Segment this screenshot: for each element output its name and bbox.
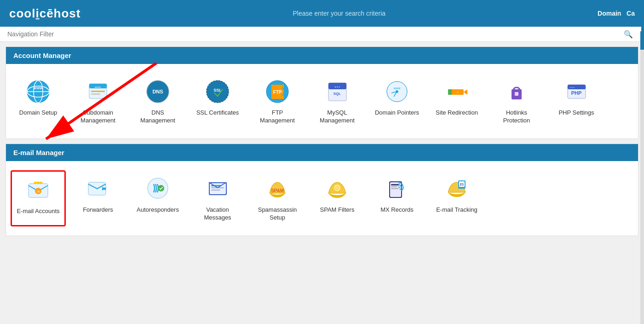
- dns-management-label: DNS Management: [135, 109, 181, 125]
- mysql-icon: • • • SQL: [323, 78, 351, 105]
- spamassassin-icon: SPAM: [264, 175, 291, 202]
- top-header: coolicēhost Please enter your search cri…: [0, 0, 644, 27]
- svg-rect-9: [91, 93, 100, 95]
- mysql-management-label: MySQL Management: [314, 109, 360, 125]
- svg-text:DNS: DNS: [152, 89, 163, 94]
- account-manager-section: Account Manager WWW Domain Setup: [6, 46, 638, 139]
- forwarders-label: Forwarders: [83, 206, 113, 214]
- svg-point-45: [40, 182, 42, 184]
- mx-records-item[interactable]: MX Records: [369, 170, 425, 226]
- svg-rect-59: [391, 184, 399, 185]
- email-tracking-item[interactable]: 21 E-mail Tracking: [429, 170, 484, 226]
- domain-pointers-label: Domain Pointers: [375, 109, 419, 117]
- domain-setup-item[interactable]: WWW Domain Setup: [11, 73, 66, 129]
- site-redirection-item[interactable]: → Site Redirection: [429, 73, 484, 129]
- ftp-management-item[interactable]: FTP FTP Management: [250, 73, 305, 129]
- php-icon: • • • PHP: [563, 78, 590, 105]
- spamassassin-label: Spamassassin Setup: [254, 206, 300, 222]
- spam-filters-item[interactable]: ☺ SPAM Filters: [310, 170, 365, 226]
- email-manager-content: ✉ E-mail Accounts: [6, 161, 638, 236]
- svg-rect-8: [91, 91, 105, 92]
- svg-text:→: →: [455, 90, 459, 94]
- svg-point-43: [34, 182, 36, 184]
- scrollbar-thumb[interactable]: [640, 31, 644, 50]
- domain-setup-icon: WWW: [24, 78, 52, 105]
- ssl-certificates-label: SSL Certificates: [196, 109, 239, 117]
- domain-pointers-item[interactable]: www Domain Pointers: [369, 73, 425, 129]
- svg-point-25: [396, 90, 398, 93]
- svg-rect-28: [448, 89, 452, 95]
- svg-text:PHP: PHP: [571, 90, 581, 96]
- svg-text:• • •: • • •: [334, 85, 340, 88]
- hotlinks-icon: [503, 78, 530, 105]
- forwarders-item[interactable]: Forwarders: [70, 170, 126, 226]
- spamassassin-setup-item[interactable]: SPAM Spamassassin Setup: [250, 170, 305, 226]
- vacation-messages-item[interactable]: Vacation Messages: [190, 170, 245, 226]
- svg-text:21: 21: [460, 182, 464, 186]
- svg-rect-50: [210, 183, 226, 194]
- ssl-icon: SSL: [204, 78, 231, 105]
- svg-rect-32: [515, 92, 518, 96]
- nav-filter-input[interactable]: [7, 30, 637, 38]
- account-manager-header: Account Manager: [6, 47, 638, 64]
- scrollbar[interactable]: [640, 31, 644, 241]
- ftp-icon: FTP: [264, 78, 291, 105]
- account-manager-content: WWW Domain Setup www.: [6, 64, 638, 139]
- domain-setup-label: Domain Setup: [19, 109, 57, 117]
- autoresponders-label: Autoresponders: [137, 206, 179, 214]
- domain-pointers-icon: www: [383, 78, 411, 105]
- email-manager-section: E-mail Manager ✉ E-mail: [6, 144, 638, 236]
- autoresponders-icon: [144, 175, 172, 202]
- svg-text:☺: ☺: [334, 185, 339, 191]
- search-bar-top: Please enter your search criteria: [81, 10, 598, 17]
- svg-text:www: www: [393, 87, 401, 90]
- ssl-certificates-item[interactable]: SSL SSL Certificates: [190, 73, 245, 129]
- svg-text:FTP: FTP: [273, 90, 282, 95]
- svg-text:www.: www.: [94, 86, 101, 88]
- svg-text:✉: ✉: [36, 190, 40, 194]
- logo: coolicēhost: [9, 6, 81, 21]
- dns-management-item[interactable]: DNS DNS Management: [130, 73, 185, 129]
- svg-point-48: [158, 185, 164, 191]
- svg-marker-27: [464, 89, 467, 95]
- mysql-management-item[interactable]: • • • SQL MySQL Management: [310, 73, 365, 129]
- email-accounts-icon: ✉: [24, 176, 52, 204]
- email-accounts-item[interactable]: ✉ E-mail Accounts: [11, 170, 66, 226]
- mx-records-label: MX Records: [380, 206, 414, 214]
- site-redirection-icon: →: [443, 78, 471, 105]
- autoresponders-item[interactable]: Autoresponders: [130, 170, 185, 226]
- svg-rect-61: [391, 188, 398, 189]
- spam-filters-icon: ☺: [323, 175, 351, 202]
- vacation-messages-icon: [204, 175, 231, 202]
- subdomain-management-item[interactable]: www. Subdomain Management: [70, 73, 126, 129]
- search-icon: 🔍: [624, 30, 633, 39]
- subdomain-icon: www.: [84, 78, 112, 105]
- svg-rect-60: [391, 186, 397, 187]
- site-redirection-label: Site Redirection: [436, 109, 478, 117]
- ftp-management-label: FTP Management: [254, 109, 300, 125]
- php-settings-label: PHP Settings: [558, 109, 594, 117]
- forwarders-icon: [84, 175, 112, 202]
- svg-text:WWW: WWW: [34, 87, 43, 90]
- email-manager-header: E-mail Manager: [6, 144, 638, 161]
- email-tracking-icon: 21: [443, 175, 471, 202]
- email-tracking-label: E-mail Tracking: [436, 206, 477, 214]
- hotlinks-protection-label: Hotlinks Protection: [494, 109, 540, 125]
- header-domain: Domain Ca: [598, 10, 635, 17]
- dns-icon: DNS: [144, 78, 172, 105]
- spam-filters-label: SPAM Filters: [320, 206, 355, 214]
- svg-text:SQL: SQL: [333, 92, 341, 96]
- svg-point-44: [37, 182, 39, 184]
- svg-text:• • •: • • •: [570, 86, 575, 89]
- subdomain-management-label: Subdomain Management: [75, 109, 121, 125]
- php-settings-item[interactable]: • • • PHP PHP Settings: [549, 73, 604, 129]
- hotlinks-protection-item[interactable]: Hotlinks Protection: [489, 73, 544, 129]
- vacation-messages-label: Vacation Messages: [195, 206, 241, 222]
- svg-text:SPAM: SPAM: [270, 188, 283, 193]
- svg-rect-53: [211, 190, 220, 191]
- nav-filter-bar: 🔍: [0, 27, 644, 42]
- mx-records-icon: [383, 175, 411, 202]
- email-accounts-label: E-mail Accounts: [17, 208, 59, 215]
